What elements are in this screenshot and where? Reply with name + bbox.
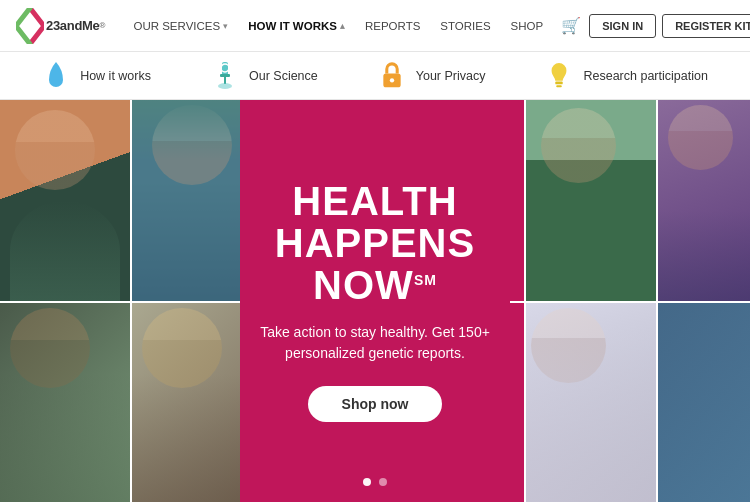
svg-rect-8 — [557, 85, 563, 87]
register-kit-button[interactable]: REGISTER KIT — [662, 14, 750, 38]
hero-dots — [363, 478, 387, 486]
hero-image-6 — [0, 303, 130, 502]
nav-right: SIGN IN REGISTER KIT HELP ▾ — [589, 14, 750, 38]
hero: HEALTH HAPPENS NOWSM Take action to stay… — [0, 100, 750, 502]
lightbulb-icon — [545, 62, 573, 90]
hero-image-4 — [526, 100, 656, 301]
signin-button[interactable]: SIGN IN — [589, 14, 656, 38]
subnav-our-science[interactable]: Our Science — [211, 62, 318, 90]
logo[interactable]: 23andMe® — [16, 8, 105, 44]
nav-reports[interactable]: REPORTS — [355, 20, 430, 32]
microscope-icon — [211, 62, 239, 90]
svg-point-6 — [390, 78, 394, 82]
hero-title: HEALTH HAPPENS NOWSM — [275, 180, 475, 306]
subnav-how-it-works[interactable]: How it works — [42, 62, 151, 90]
svg-rect-7 — [556, 81, 563, 84]
subnav-our-science-label: Our Science — [249, 69, 318, 83]
trademark: ® — [100, 21, 106, 30]
nav-stories[interactable]: STORIES — [430, 20, 500, 32]
nav-how-it-works[interactable]: HOW IT WORKS ▴ — [238, 20, 355, 32]
nav-our-services[interactable]: OUR SERVICES ▾ — [123, 20, 238, 32]
hero-subtitle: Take action to stay healthy. Get 150+ pe… — [260, 322, 490, 364]
navbar: 23andMe® OUR SERVICES ▾ HOW IT WORKS ▴ R… — [0, 0, 750, 52]
hero-image-1 — [0, 100, 130, 301]
nav-links: OUR SERVICES ▾ HOW IT WORKS ▴ REPORTS ST… — [123, 16, 589, 36]
dot-1[interactable] — [363, 478, 371, 486]
shop-now-button[interactable]: Shop now — [308, 386, 443, 422]
lock-icon — [378, 62, 406, 90]
svg-point-3 — [218, 83, 232, 89]
hero-overlay: HEALTH HAPPENS NOWSM Take action to stay… — [240, 100, 510, 502]
nav-shop[interactable]: SHOP — [501, 20, 554, 32]
brand-name: 23andMe — [46, 18, 100, 33]
chevron-down-icon: ▾ — [223, 21, 228, 31]
chevron-up-icon: ▴ — [340, 21, 345, 31]
hero-image-9 — [526, 303, 656, 502]
subnav-how-it-works-label: How it works — [80, 69, 151, 83]
subnav-your-privacy[interactable]: Your Privacy — [378, 62, 486, 90]
droplet-icon — [42, 62, 70, 90]
subnav: How it works Our Science Your Privacy — [0, 52, 750, 100]
cart-icon[interactable]: 🛒 — [561, 16, 581, 36]
svg-rect-1 — [220, 74, 230, 77]
hero-image-10 — [658, 303, 750, 502]
subnav-research[interactable]: Research participation — [545, 62, 707, 90]
dot-2[interactable] — [379, 478, 387, 486]
subnav-research-label: Research participation — [583, 69, 707, 83]
hero-image-5 — [658, 100, 750, 301]
subnav-your-privacy-label: Your Privacy — [416, 69, 486, 83]
